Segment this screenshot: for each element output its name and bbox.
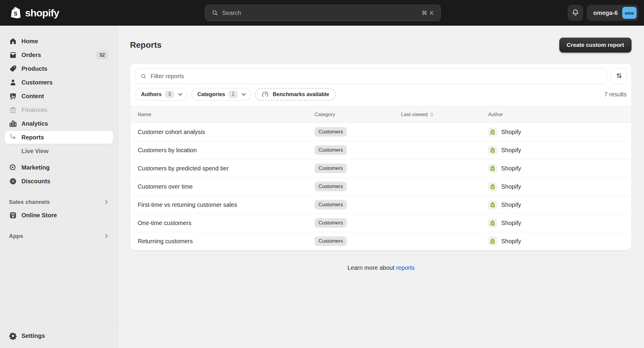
sidebar-item-home[interactable]: Home — [5, 35, 113, 48]
chevron-down-icon — [242, 92, 246, 97]
sidebar-item-products[interactable]: Products — [5, 62, 113, 75]
column-header-author[interactable]: Author — [488, 112, 631, 118]
authors-filter-label: Authors — [141, 91, 162, 98]
sidebar-item-marketing[interactable]: Marketing — [5, 161, 113, 174]
settings-icon — [9, 332, 17, 340]
store-menu-button[interactable]: omega-6 ome — [587, 5, 639, 21]
report-name[interactable]: Customers over time — [130, 183, 315, 190]
notifications-button[interactable] — [568, 5, 583, 21]
home-icon — [9, 37, 17, 45]
footer-help-text: Learn more about reports — [118, 264, 644, 271]
column-header-category[interactable]: Category — [315, 112, 401, 118]
shopify-author-icon: S — [488, 237, 497, 246]
author-cell: S Shopify — [488, 237, 631, 246]
shopify-logo[interactable]: S shopify — [11, 0, 59, 26]
table-header: Name Category Last viewed Author — [130, 106, 631, 123]
benchmarks-filter-label: Benchmarks available — [273, 91, 329, 98]
reports-link[interactable]: reports — [396, 264, 415, 271]
chevron-right-icon — [104, 200, 109, 204]
main-content: Reports Create custom report Filter repo… — [118, 26, 644, 348]
category-badge: Customers — [315, 236, 347, 246]
author-cell: S Shopify — [488, 146, 631, 155]
table-row[interactable]: One-time customers Customers S Shopify — [130, 214, 631, 232]
marketing-icon — [9, 164, 17, 172]
products-icon — [9, 65, 17, 73]
search-placeholder: Search — [222, 10, 422, 16]
author-name: Shopify — [501, 129, 521, 135]
sort-button[interactable] — [611, 68, 627, 84]
categories-filter-chip[interactable]: Categories 1 — [191, 88, 251, 101]
sort-updown-icon — [615, 72, 623, 80]
table-row[interactable]: First-time vs returning customer sales C… — [130, 196, 631, 214]
categories-filter-label: Categories — [197, 91, 225, 98]
subarrow-icon — [9, 133, 17, 141]
benchmarks-filter-chip[interactable]: Benchmarks available — [255, 88, 336, 101]
storefront-icon — [9, 211, 17, 219]
shopify-author-icon: S — [488, 182, 497, 191]
column-header-last-viewed[interactable]: Last viewed — [401, 112, 488, 118]
icon-spacer — [9, 147, 17, 155]
sidebar-item-analytics[interactable]: Analytics — [5, 117, 113, 130]
report-name[interactable]: Customer cohort analysis — [130, 129, 315, 135]
filter-reports-input[interactable]: Filter reports — [135, 68, 607, 84]
report-name[interactable]: Customers by location — [130, 147, 315, 154]
chevron-right-icon — [104, 234, 109, 238]
reports-filters: Filter reports Authors 3 Categories 1 — [130, 64, 631, 106]
page-header: Reports Create custom report — [130, 38, 631, 53]
category-badge: Customers — [315, 200, 347, 210]
report-name[interactable]: Returning customers — [130, 238, 315, 245]
bell-icon — [572, 9, 579, 17]
table-row[interactable]: Customers by location Customers S Shopif… — [130, 141, 631, 159]
table-row[interactable]: Returning customers Customers S Shopify — [130, 232, 631, 250]
sidebar-item-reports[interactable]: Reports — [5, 131, 113, 144]
author-cell: S Shopify — [488, 164, 631, 173]
create-custom-report-button[interactable]: Create custom report — [559, 38, 631, 53]
author-cell: S Shopify — [488, 182, 631, 191]
search-icon — [211, 9, 219, 16]
sidebar-item-online-store[interactable]: Online Store — [5, 209, 113, 222]
sidebar-item-content[interactable]: Content — [5, 90, 113, 103]
shopify-author-icon: S — [488, 146, 497, 155]
shopify-bag-icon: S — [11, 6, 22, 19]
report-name[interactable]: One-time customers — [130, 220, 315, 227]
orders-count-badge: 52 — [96, 51, 109, 59]
svg-text:S: S — [491, 185, 493, 188]
sidebar-group-sales-channels[interactable]: Sales channels — [5, 195, 113, 208]
category-badge: Customers — [315, 218, 347, 228]
sidebar: Home Orders 52 Products Customers Conten… — [0, 26, 118, 348]
topbar-actions: omega-6 ome — [568, 5, 639, 21]
authors-filter-chip[interactable]: Authors 3 — [135, 88, 187, 101]
report-name[interactable]: Customers by predicted spend tier — [130, 165, 315, 172]
table-body: Customer cohort analysis Customers S Sho… — [130, 123, 631, 250]
global-search-input[interactable]: Search ⌘ K — [205, 5, 441, 21]
author-cell: S Shopify — [488, 200, 631, 210]
sidebar-item-orders[interactable]: Orders 52 — [5, 49, 113, 61]
table-row[interactable]: Customers by predicted spend tier Custom… — [130, 159, 631, 178]
topbar: S shopify Search ⌘ K omega-6 ome — [0, 0, 644, 26]
category-badge: Customers — [315, 182, 347, 191]
sidebar-item-customers[interactable]: Customers — [5, 76, 113, 89]
filter-placeholder: Filter reports — [151, 73, 184, 80]
author-name: Shopify — [501, 238, 521, 245]
report-name[interactable]: First-time vs returning customer sales — [130, 201, 315, 208]
sidebar-item-finances[interactable]: Finances — [5, 104, 113, 116]
orders-icon — [9, 51, 17, 59]
footer-text: Learn more about — [347, 264, 394, 271]
table-row[interactable]: Customers over time Customers S Shopify — [130, 178, 631, 196]
shopify-admin: S shopify Search ⌘ K omega-6 ome Home Or… — [0, 0, 644, 348]
svg-text:S: S — [491, 131, 493, 134]
sidebar-item-discounts[interactable]: Discounts — [5, 175, 113, 188]
svg-text:S: S — [491, 149, 493, 152]
sidebar-item-settings[interactable]: Settings — [5, 329, 113, 342]
chevron-down-icon — [178, 92, 182, 97]
sidebar-group-apps[interactable]: Apps — [5, 230, 113, 242]
sidebar-item-live-view[interactable]: Live View — [5, 145, 113, 158]
author-cell: S Shopify — [488, 218, 631, 228]
author-name: Shopify — [501, 147, 521, 154]
column-header-name[interactable]: Name — [130, 112, 315, 118]
category-badge: Customers — [315, 127, 347, 137]
shopify-wordmark: shopify — [25, 7, 59, 19]
table-row[interactable]: Customer cohort analysis Customers S Sho… — [130, 123, 631, 141]
svg-text:S: S — [491, 222, 493, 225]
last-viewed-label: Last viewed — [401, 112, 428, 118]
